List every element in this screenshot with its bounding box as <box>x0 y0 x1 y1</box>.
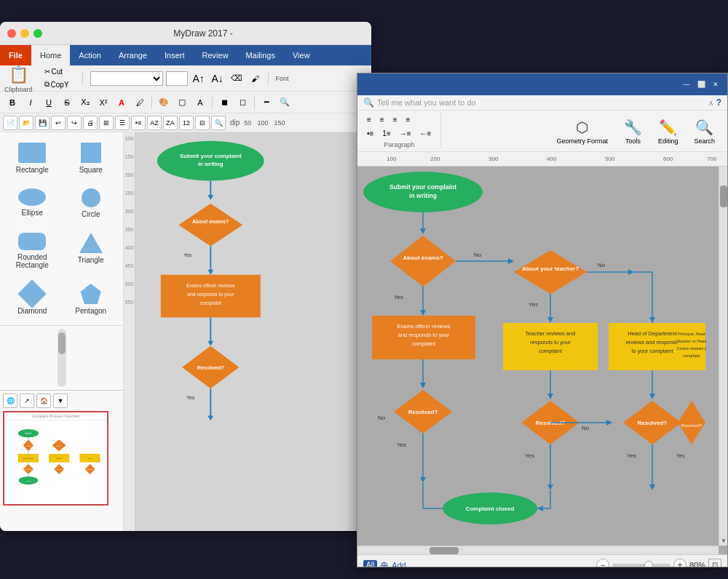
tab-review[interactable]: Review <box>194 45 237 65</box>
search-btn[interactable]: 🔍 Search <box>687 115 721 148</box>
shape-diamond[interactable]: Diamond <box>7 281 58 318</box>
scroll-thumb[interactable] <box>58 332 66 354</box>
font-color-btn[interactable]: A <box>114 95 130 111</box>
redo-btn[interactable]: ↪ <box>67 116 82 130</box>
help-icon[interactable]: ? <box>716 97 721 108</box>
svg-text:Teacher?: Teacher? <box>55 445 63 447</box>
italic-btn[interactable]: I <box>23 95 39 111</box>
restore-window-btn[interactable]: ⬜ <box>695 79 707 90</box>
doc-vscroll-thumb[interactable] <box>720 185 727 207</box>
close-window-btn[interactable]: ✕ <box>710 79 721 90</box>
numbers-btn[interactable]: 1≡ <box>379 127 394 140</box>
mini-flowchart-svg: Submit Exams? Exams officer Resolved? Cl… <box>4 420 107 506</box>
shape-ellipse[interactable]: Ellipse <box>7 185 58 221</box>
undo-btn[interactable]: ↩ <box>51 116 66 130</box>
scroll-down-btn[interactable]: ▼ <box>720 537 727 544</box>
doc-hscroll[interactable] <box>357 546 719 554</box>
minimize-window-btn[interactable]: — <box>681 79 692 90</box>
shape-fill-btn[interactable]: ◼ <box>216 95 232 111</box>
zoom-out-btn[interactable]: − <box>596 559 609 568</box>
increase-font-btn[interactable]: A↑ <box>191 71 207 87</box>
shape-triangle[interactable]: Triangle <box>66 230 116 272</box>
sort-num-btn[interactable]: 12 <box>179 116 194 130</box>
zoom-slider[interactable] <box>612 564 670 567</box>
justify-btn[interactable]: ≡ <box>403 113 414 126</box>
clear-format-btn[interactable]: ⌫ <box>229 71 245 87</box>
table-btn[interactable]: ⊟ <box>195 116 210 130</box>
font-family-select[interactable] <box>90 71 163 86</box>
tab-mailings[interactable]: Mailings <box>237 45 284 65</box>
superscript-btn[interactable]: X² <box>95 95 111 111</box>
line-btn[interactable]: ━ <box>258 95 274 111</box>
outdent-btn[interactable]: ←≡ <box>416 127 435 140</box>
bulleted-btn[interactable]: •≡ <box>131 116 146 130</box>
indent-btn[interactable]: →≡ <box>396 127 415 140</box>
bold-btn[interactable]: B <box>4 95 20 111</box>
zoom-btn[interactable]: 🔍 <box>211 116 226 130</box>
tab-arrange[interactable]: Arrange <box>110 45 156 65</box>
editing-btn[interactable]: ✏️ Editing <box>652 115 685 148</box>
close-button[interactable] <box>7 29 16 38</box>
search-icon[interactable]: 🔍 <box>277 95 293 111</box>
zoom-slider-thumb[interactable] <box>644 561 653 568</box>
align-left-btn[interactable]: ≡ <box>363 113 375 126</box>
border-color-btn[interactable]: ▢ <box>174 95 190 111</box>
list-btn[interactable]: ☰ <box>115 116 130 130</box>
strikethrough-btn[interactable]: S <box>59 95 75 111</box>
add-label[interactable]: Add <box>392 561 406 568</box>
shape-outline-btn[interactable]: ◻ <box>234 95 250 111</box>
doc-vscroll[interactable]: ▼ <box>719 167 727 546</box>
minimize-button[interactable] <box>20 29 29 38</box>
sort-az-btn[interactable]: AZ <box>147 116 162 130</box>
square-label: Square <box>79 166 103 174</box>
tab-home[interactable]: Home <box>31 45 70 65</box>
subscript-btn[interactable]: X₂ <box>77 95 93 111</box>
shape-rounded-rectangle[interactable]: Rounded Rectangle <box>7 230 58 272</box>
align-center-btn[interactable]: ≡ <box>376 113 388 126</box>
svg-text:About exams?: About exams? <box>403 255 443 261</box>
tools-btn[interactable]: 🔧 Tools <box>617 115 649 148</box>
fit-page-btn[interactable]: ⊡ <box>708 559 721 568</box>
preview-btn-4[interactable]: ▼ <box>53 394 68 408</box>
highlight-btn[interactable]: 🖊 <box>132 95 148 111</box>
clipboard-label: Clipboard <box>4 86 33 93</box>
all-badge[interactable]: All <box>363 560 377 567</box>
doc-hscroll-thumb[interactable] <box>430 547 459 554</box>
cut-button[interactable]: ✂Cut <box>41 66 72 77</box>
tab-insert[interactable]: Insert <box>156 45 194 65</box>
word-ribbon: ≡ ≡ ≡ ≡ •≡ 1≡ →≡ ←≡ Paragraph ⬡ Geometry… <box>357 111 727 152</box>
new-btn[interactable]: 📄 <box>3 116 17 130</box>
preview-btn-2[interactable]: ↗ <box>20 394 34 408</box>
paint-format-btn[interactable]: 🖌 <box>248 71 264 87</box>
font-size-input[interactable] <box>166 71 188 86</box>
tab-view[interactable]: View <box>284 45 319 65</box>
open-btn[interactable]: 📂 <box>19 116 33 130</box>
tab-action[interactable]: Action <box>70 45 110 65</box>
shape-rectangle[interactable]: Rectangle <box>7 140 58 177</box>
print-btn[interactable]: 🖨 <box>83 116 98 130</box>
tell-me-text[interactable]: Tell me what you want to do <box>377 98 705 107</box>
save-btn[interactable]: 💾 <box>35 116 50 130</box>
text-outline-btn[interactable]: A <box>192 95 208 111</box>
underline-btn[interactable]: U <box>41 95 57 111</box>
shape-pentagon[interactable]: Pentagon <box>66 281 116 318</box>
shape-square[interactable]: Square <box>66 140 116 177</box>
maximize-button[interactable] <box>33 29 42 38</box>
shape-circle[interactable]: Circle <box>66 185 116 221</box>
decrease-font-btn[interactable]: A↓ <box>210 71 226 87</box>
align-right-btn[interactable]: ≡ <box>389 113 401 126</box>
pentagon-label: Pentagon <box>75 307 106 315</box>
grid-btn[interactable]: ⊞ <box>99 116 114 130</box>
preview-btn-1[interactable]: 🌐 <box>3 394 17 408</box>
bullets-btn[interactable]: •≡ <box>363 127 377 140</box>
preview-btn-3[interactable]: 🏠 <box>36 394 51 408</box>
paste-button[interactable]: 📋 <box>6 64 31 86</box>
copy-button[interactable]: ⧉CopY <box>41 79 72 90</box>
sort-za-btn[interactable]: ZA <box>163 116 178 130</box>
scroll-track[interactable] <box>58 329 66 387</box>
fill-color-btn[interactable]: 🎨 <box>156 95 172 111</box>
tab-file[interactable]: File <box>0 45 31 65</box>
geometry-format-btn[interactable]: ⬡ Geometry Format <box>550 115 614 148</box>
add-page-icon[interactable]: ⊕ <box>380 559 389 568</box>
zoom-in-btn[interactable]: + <box>673 559 687 568</box>
